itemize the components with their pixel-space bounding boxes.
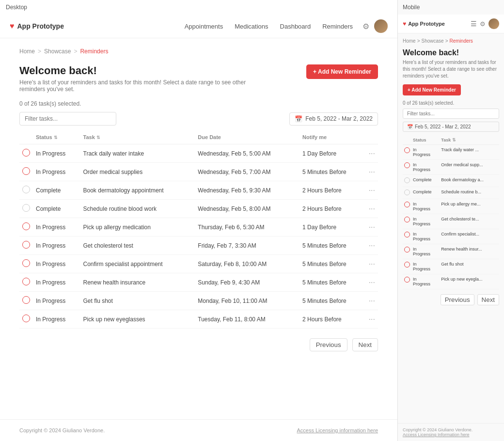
add-reminder-button[interactable]: + Add New Reminder xyxy=(306,64,378,79)
tasks-meta: 0 of 26 task(s) selected. xyxy=(19,100,378,107)
row-radio[interactable] xyxy=(22,204,30,212)
row-radio[interactable] xyxy=(22,186,30,193)
col-status[interactable]: Status ⇅ xyxy=(33,130,80,144)
mobile-table-row: Complete Schedule routine b... xyxy=(403,187,499,199)
row-radio[interactable] xyxy=(22,241,30,249)
mobile-footer-copyright: Copyright © 2024 Giuliano Verdone. xyxy=(403,427,499,432)
date-range-picker[interactable]: 📅 Feb 5, 2022 - Mar 2, 2022 xyxy=(289,112,378,126)
mobile-row-status: InProgress xyxy=(411,259,440,274)
row-radio[interactable] xyxy=(22,222,30,230)
mobile-row-radio[interactable] xyxy=(404,189,410,195)
mobile-breadcrumb-home[interactable]: Home xyxy=(403,38,416,44)
mobile-row-task: Track daily water ... xyxy=(440,145,499,160)
mobile-row-task: Order medical supp... xyxy=(440,160,499,175)
mobile-row-radio[interactable] xyxy=(404,247,410,252)
mobile-row-radio[interactable] xyxy=(404,232,410,237)
col-notify: Notify me xyxy=(299,130,366,144)
desktop-brand[interactable]: ♥ App Prototype xyxy=(10,22,64,31)
mobile-row-task: Book dermatology a... xyxy=(440,175,499,187)
row-status: In Progress xyxy=(33,292,80,310)
mobile-row-status: Complete xyxy=(411,175,440,187)
mobile-nav-actions: ☰ ⚙ xyxy=(471,18,499,29)
footer-copyright: Copyright © 2024 Giuliano Verdone. xyxy=(19,427,105,433)
mobile-sep-2: > xyxy=(445,38,448,44)
row-menu[interactable]: ··· xyxy=(369,315,375,323)
mobile-date-range[interactable]: 📅 Feb 5, 2022 - Mar 2, 2022 xyxy=(403,122,499,132)
mobile-date-range-text: Feb 5, 2022 - Mar 2, 2022 xyxy=(415,124,471,129)
mobile-brand[interactable]: ♥ App Prototype xyxy=(403,20,445,27)
mobile-row-radio[interactable] xyxy=(404,277,410,283)
mobile-add-reminder-button[interactable]: + Add New Reminder xyxy=(403,84,461,95)
mobile-settings-icon[interactable]: ⚙ xyxy=(480,20,486,28)
row-task: Book dermatology appointment xyxy=(80,181,195,200)
row-radio[interactable] xyxy=(22,167,30,175)
mobile-row-radio[interactable] xyxy=(404,202,410,207)
mobile-footer: Copyright © 2024 Giuliano Verdone. Acces… xyxy=(398,423,504,441)
mobile-calendar-icon: 📅 xyxy=(407,124,413,129)
page-title-block: Welcome back! Here's a list of your remi… xyxy=(19,64,262,93)
row-status: In Progress xyxy=(33,218,80,236)
row-due: Saturday, Feb 8, 10:00 AM xyxy=(195,255,299,273)
row-menu[interactable]: ··· xyxy=(369,278,375,286)
heart-icon: ♥ xyxy=(10,22,15,31)
mobile-row-status: InProgress xyxy=(411,145,440,160)
col-task[interactable]: Task ⇅ xyxy=(80,130,195,144)
breadcrumb-showcase[interactable]: Showcase xyxy=(44,48,71,55)
mobile-licensing-link[interactable]: Access Licensing Information here xyxy=(403,432,470,437)
mobile-next-button[interactable]: Next xyxy=(477,294,499,305)
mobile-filter-input[interactable] xyxy=(403,109,499,119)
settings-icon[interactable]: ⚙ xyxy=(362,22,369,31)
row-menu[interactable]: ··· xyxy=(369,205,375,213)
mobile-breadcrumb-showcase[interactable]: Showcase xyxy=(422,38,444,44)
mobile-row-task: Pick up new eyegla... xyxy=(440,274,499,289)
row-radio[interactable] xyxy=(22,149,30,157)
row-task: Renew health insurance xyxy=(80,273,195,292)
mobile-row-radio[interactable] xyxy=(404,162,410,168)
row-task: Order medical supplies xyxy=(80,163,195,181)
desktop-navbar: ♥ App Prototype Appointments Medications… xyxy=(0,15,397,38)
nav-appointments[interactable]: Appointments xyxy=(185,23,223,30)
row-menu[interactable]: ··· xyxy=(369,186,375,194)
row-radio[interactable] xyxy=(22,315,30,322)
mobile-avatar[interactable] xyxy=(488,18,499,29)
row-status: In Progress xyxy=(33,310,80,329)
breadcrumb-home[interactable]: Home xyxy=(19,48,35,55)
desktop-footer: Copyright © 2024 Giuliano Verdone. Acces… xyxy=(0,419,397,441)
mobile-row-radio[interactable] xyxy=(404,177,410,183)
mobile-row-radio[interactable] xyxy=(404,147,410,153)
filter-input[interactable] xyxy=(19,112,116,126)
row-task: Schedule routine blood work xyxy=(80,200,195,218)
hamburger-icon[interactable]: ☰ xyxy=(471,20,477,28)
mobile-row-status: InProgress xyxy=(411,214,440,229)
row-radio[interactable] xyxy=(22,296,30,304)
table-row: In Progress Pick up new eyeglasses Tuesd… xyxy=(19,310,378,329)
mobile-row-radio[interactable] xyxy=(404,217,410,222)
mobile-row-task: Schedule routine b... xyxy=(440,187,499,199)
mobile-navbar: ♥ App Prototype ☰ ⚙ xyxy=(398,15,504,33)
row-menu[interactable]: ··· xyxy=(369,149,375,158)
nav-medications[interactable]: Medications xyxy=(235,23,268,30)
row-due: Wednesday, Feb 5, 7:00 AM xyxy=(195,163,299,181)
licensing-link[interactable]: Access Licensing information here xyxy=(297,427,378,433)
row-notify: 2 Hours Before xyxy=(299,181,366,200)
row-menu[interactable]: ··· xyxy=(369,260,375,268)
mobile-previous-button[interactable]: Previous xyxy=(441,294,474,305)
next-button[interactable]: Next xyxy=(352,338,378,351)
mobile-page-subtitle: Here's a list of your reminders and task… xyxy=(403,59,499,79)
row-menu[interactable]: ··· xyxy=(369,168,375,176)
mobile-row-task: Get cholesterol te... xyxy=(440,214,499,229)
row-status: In Progress xyxy=(33,163,80,181)
row-menu[interactable]: ··· xyxy=(369,223,375,231)
previous-button[interactable]: Previous xyxy=(310,338,347,351)
mobile-page-title: Welcome back! xyxy=(403,48,499,57)
table-row: In Progress Order medical supplies Wedne… xyxy=(19,163,378,181)
table-row: In Progress Pick up allergy medication T… xyxy=(19,218,378,236)
avatar[interactable] xyxy=(374,19,388,33)
row-menu[interactable]: ··· xyxy=(369,297,375,305)
nav-dashboard[interactable]: Dashboard xyxy=(280,23,311,30)
nav-reminders[interactable]: Reminders xyxy=(322,23,353,30)
row-radio[interactable] xyxy=(22,259,30,267)
row-radio[interactable] xyxy=(22,278,30,285)
mobile-row-radio[interactable] xyxy=(404,262,410,268)
row-menu[interactable]: ··· xyxy=(369,241,375,250)
